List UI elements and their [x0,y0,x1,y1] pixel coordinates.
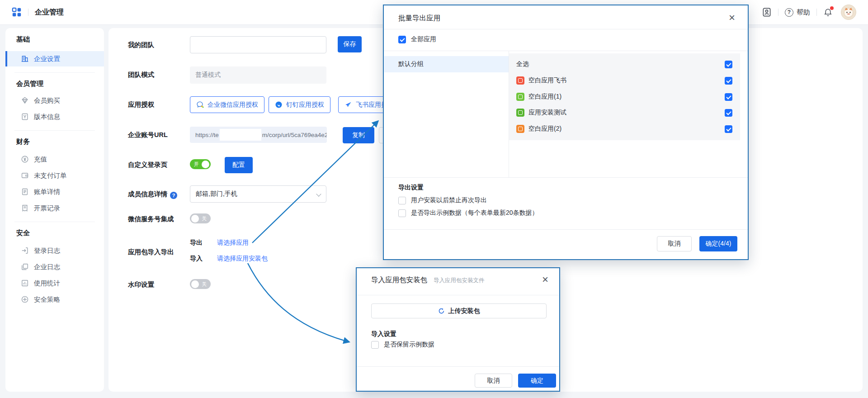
app-list-item[interactable]: 空白应用(1) [516,90,732,104]
member-info-select[interactable]: 邮箱,部门,手机 [190,185,326,203]
option-row[interactable]: 是否导出示例数据（每个表单最新20条数据） [398,209,538,217]
export-row: 导出 请选择应用 [190,239,249,247]
sidebar-item-recharge[interactable]: 充值 [5,152,104,167]
cancel-button[interactable]: 取消 [475,374,512,388]
sidebar-item-enterprise-logs[interactable]: 企业日志 [5,259,104,275]
sidebar-section-security: 安全 [16,229,30,237]
sidebar-item-bill-details[interactable]: 账单详情 [5,184,104,199]
close-icon[interactable]: × [729,12,735,23]
dingtalk-auth-button[interactable]: 钉钉应用授权 [269,96,330,113]
app-icon [516,93,524,101]
invoice-icon [21,204,29,212]
sidebar-section-basic: 基础 [16,35,30,44]
select-package-link[interactable]: 请选择应用安装包 [217,255,268,262]
dingtalk-icon [275,101,283,109]
sidebar-item-invoice-records[interactable]: 开票记录 [5,200,104,216]
sidebar: 基础 企业设置 会员管理 会员购买 版本信息 财务 充值 未支付订单 账单详情 [5,28,104,392]
all-apps-row[interactable]: 全部应用 [398,35,436,43]
group-item-default[interactable]: 默认分组 [384,56,509,72]
team-mode-label: 团队模式 [128,71,154,79]
keep-sample-checkbox[interactable] [371,341,379,349]
copy-button[interactable]: 复制 [343,127,374,143]
corp-url-value: https://te m/corp/url/5ca769ea4e27... [190,127,327,143]
app-checkbox[interactable] [725,93,732,101]
confirm-button[interactable]: 确定(4/4) [699,236,737,251]
contacts-icon[interactable] [762,7,772,17]
sidebar-item-usage-stats[interactable]: 使用统计 [5,275,104,291]
app-list-item[interactable]: 空白应用(2) [516,122,732,136]
close-icon[interactable]: × [542,274,548,285]
app-icon [516,76,524,85]
sidebar-item-label: 账单详情 [34,188,60,196]
divider [384,177,748,178]
help-button[interactable]: ? 帮助 [785,8,810,17]
toggle-knob [191,215,199,223]
version-doc-icon [21,113,29,121]
notifications-bell-icon[interactable] [823,8,833,17]
divider [357,295,559,295]
watermark-toggle[interactable]: 关 [190,279,211,289]
header-divider [778,9,778,16]
corp-url-label: 企业账号URL [128,131,168,139]
select-app-link[interactable]: 请选择应用 [217,239,249,246]
configure-button[interactable]: 配置 [225,157,253,173]
app-list-item[interactable]: 空白应用飞书 [516,73,732,88]
app-package-label: 应用包导入导出 [128,248,174,256]
no-reexport-checkbox[interactable] [398,197,406,204]
app-checkbox[interactable] [725,125,732,133]
help-icon: ? [785,8,793,17]
wecom-icon [196,101,204,109]
upload-package-button[interactable]: 上传安装包 [371,303,547,318]
save-button[interactable]: 保存 [338,36,362,52]
enterprise-management-page: 企业管理 ? 帮助 基础 企业设置 [0,0,868,398]
app-checkbox[interactable] [725,109,732,117]
all-apps-checkbox[interactable] [398,36,406,43]
import-row: 导入 请选择应用安装包 [190,255,268,263]
app-checkbox[interactable] [725,77,732,85]
feishu-icon [344,101,352,109]
notification-badge [830,6,834,10]
sidebar-item-member-purchase[interactable]: 会员购买 [5,93,104,108]
sidebar-item-login-logs[interactable]: 登录日志 [5,243,104,258]
export-settings-title: 导出设置 [398,184,424,192]
cancel-button[interactable]: 取消 [657,236,692,251]
target-icon [21,295,29,303]
custom-login-label: 自定义登录页 [128,161,167,169]
watermark-label: 水印设置 [128,280,154,289]
apps-grid-icon[interactable] [12,7,22,17]
sidebar-item-security-policy[interactable]: 安全策略 [5,292,104,307]
sample-data-checkbox[interactable] [398,209,406,217]
option-row[interactable]: 是否保留示例数据 [371,341,434,349]
option-row[interactable]: 用户安装以后禁止再次导出 [398,196,487,204]
confirm-button[interactable]: 确定 [518,374,556,388]
sidebar-section-finance: 财务 [16,137,30,146]
login-log-icon [21,246,29,255]
custom-login-toggle[interactable]: 开 [190,159,211,169]
sidebar-item-label: 企业设置 [34,55,60,63]
sidebar-divider [14,130,95,131]
member-info-label: 成员信息详情? [128,190,177,199]
sidebar-item-enterprise-settings[interactable]: 企业设置 [5,51,104,66]
team-name-label: 我的团队 [128,41,154,49]
header-divider [28,9,28,16]
app-list-item[interactable]: 应用安装测试 [516,105,732,120]
diamond-icon [21,96,29,104]
user-avatar[interactable] [841,5,856,20]
wechat-mp-toggle[interactable]: 关 [190,213,211,223]
team-name-input[interactable] [190,36,326,53]
sidebar-item-version-info[interactable]: 版本信息 [5,109,104,124]
sidebar-item-unpaid-orders[interactable]: 未支付订单 [5,168,104,183]
import-package-modal: 导入应用包安装包导入应用包安装文件 × 上传安装包 导入设置 是否保留示例数据 … [356,267,560,392]
divider [384,29,748,29]
divider [357,366,559,367]
select-all-checkbox[interactable] [725,61,732,68]
wecom-auth-button[interactable]: 企业微信应用授权 [190,96,264,113]
sidebar-item-label: 版本信息 [34,113,60,121]
divider [384,51,748,51]
sidebar-item-label: 使用统计 [34,279,60,288]
help-badge-icon[interactable]: ? [170,192,177,199]
toggle-knob [191,280,199,288]
building-icon [21,55,29,63]
modal-title: 批量导出应用 [398,14,440,23]
select-all-row[interactable]: 全选 [516,57,732,71]
